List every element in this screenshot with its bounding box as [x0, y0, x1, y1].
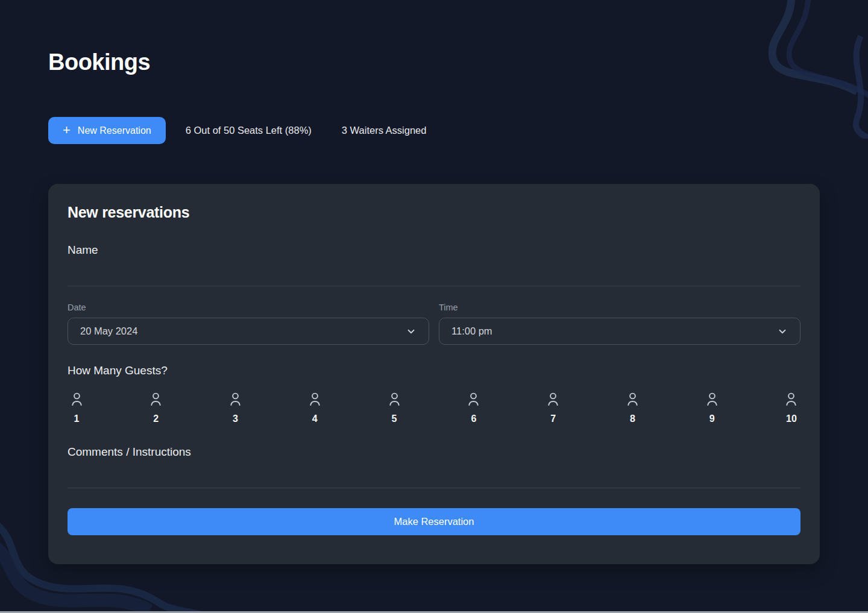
date-field: Date 20 May 2024: [68, 303, 429, 345]
toolbar: + New Reservation 6 Out of 50 Seats Left…: [48, 117, 426, 144]
person-icon: [227, 391, 244, 409]
person-icon: [465, 391, 482, 409]
guest-option-label: 9: [709, 413, 715, 424]
guest-option-label: 7: [550, 413, 556, 424]
guest-count-selector: 1 2 3 4 5 6 7: [68, 391, 800, 424]
make-reservation-button[interactable]: Make Reservation: [68, 508, 800, 535]
guest-option-3[interactable]: 3: [227, 391, 245, 424]
guest-option-2[interactable]: 2: [147, 391, 165, 424]
time-field: Time 11:00 pm: [439, 303, 800, 345]
form-title: New reservations: [68, 204, 800, 221]
name-input[interactable]: [68, 262, 800, 286]
bookings-page: Bookings + New Reservation 6 Out of 50 S…: [0, 0, 868, 613]
guest-option-4[interactable]: 4: [306, 391, 324, 424]
waiters-assigned-status: 3 Waiters Assigned: [342, 125, 427, 136]
date-label: Date: [68, 303, 429, 312]
date-time-row: Date 20 May 2024 Time 11:00 pm: [68, 303, 800, 345]
plus-icon: +: [63, 124, 71, 137]
guest-option-8[interactable]: 8: [623, 391, 641, 424]
guest-option-7[interactable]: 7: [544, 391, 562, 424]
guest-option-label: 4: [312, 413, 318, 424]
person-icon: [704, 391, 720, 409]
new-reservation-button[interactable]: + New Reservation: [48, 117, 166, 144]
guest-option-label: 8: [630, 413, 635, 424]
guest-option-10[interactable]: 10: [782, 391, 800, 424]
time-select[interactable]: 11:00 pm: [439, 318, 800, 345]
guest-option-label: 5: [392, 413, 397, 424]
new-reservation-label: New Reservation: [78, 125, 151, 136]
person-icon: [307, 391, 323, 409]
person-icon: [783, 391, 799, 409]
person-icon: [545, 391, 561, 409]
guest-option-label: 2: [153, 413, 159, 424]
page-title: Bookings: [48, 49, 150, 75]
person-icon: [386, 391, 403, 409]
guest-option-6[interactable]: 6: [465, 391, 483, 424]
seats-left-status: 6 Out of 50 Seats Left (88%): [186, 125, 312, 136]
guest-option-9[interactable]: 9: [703, 391, 721, 424]
person-icon: [624, 391, 641, 409]
date-value: 20 May 2024: [80, 325, 137, 337]
date-select[interactable]: 20 May 2024: [68, 318, 429, 345]
chevron-down-icon: [777, 326, 788, 337]
time-label: Time: [439, 303, 800, 312]
comments-label: Comments / Instructions: [68, 445, 800, 459]
name-label: Name: [68, 244, 800, 257]
comments-input[interactable]: [68, 464, 800, 488]
guests-label: How Many Guests?: [68, 364, 800, 377]
new-reservation-form-card: New reservations Name Date 20 May 2024 T…: [48, 184, 820, 564]
guest-option-label: 6: [471, 413, 476, 424]
person-icon: [69, 391, 85, 409]
guest-option-label: 10: [786, 413, 797, 424]
time-value: 11:00 pm: [451, 325, 492, 337]
person-icon: [148, 391, 164, 409]
guest-option-label: 1: [74, 413, 80, 424]
chevron-down-icon: [406, 326, 417, 337]
guest-option-1[interactable]: 1: [68, 391, 86, 424]
guest-option-5[interactable]: 5: [385, 391, 403, 424]
guest-option-label: 3: [233, 413, 238, 424]
